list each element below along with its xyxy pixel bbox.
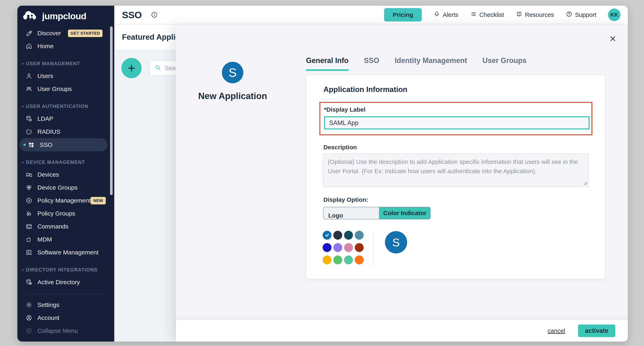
info-icon[interactable] bbox=[151, 11, 158, 19]
color-swatch[interactable] bbox=[344, 255, 353, 264]
user-avatar[interactable]: KK bbox=[608, 9, 620, 21]
account-circle-icon bbox=[26, 314, 32, 321]
new-badge: NEW bbox=[90, 197, 106, 204]
add-application-button[interactable]: + bbox=[121, 58, 142, 78]
sidebar-scrollbar[interactable] bbox=[110, 26, 113, 195]
database-windows-icon bbox=[26, 279, 32, 286]
sidebar-item-users[interactable]: Users bbox=[18, 70, 114, 82]
section-user-authentication[interactable]: USER AUTHENTICATION bbox=[18, 103, 114, 109]
description-field-wrap bbox=[323, 153, 588, 187]
logo-wordmark: jumpcloud bbox=[42, 11, 86, 22]
color-preview-circle: S bbox=[385, 231, 407, 253]
page-title: SSO bbox=[122, 9, 142, 21]
jumpcloud-logo[interactable]: jumpcloud bbox=[18, 6, 114, 22]
color-palette bbox=[322, 231, 364, 264]
color-swatch[interactable] bbox=[333, 231, 342, 240]
color-swatch[interactable] bbox=[344, 231, 353, 240]
grid-apps-icon bbox=[28, 141, 34, 148]
database-clock-icon bbox=[26, 115, 32, 122]
apple-icon bbox=[26, 236, 32, 243]
sidebar-item-sso[interactable]: SSO bbox=[20, 138, 108, 151]
sidebar-item-ldap[interactable]: LDAP bbox=[18, 112, 114, 125]
users-group-icon bbox=[26, 85, 32, 92]
tab-identity-management[interactable]: Identity Management bbox=[394, 56, 467, 71]
laptop-apps-icon bbox=[26, 249, 32, 256]
sidebar-item-mdm[interactable]: MDM bbox=[18, 233, 114, 246]
display-option-label: Display Option: bbox=[324, 196, 605, 203]
home-icon bbox=[26, 43, 32, 50]
sidebar-item-policy-management[interactable]: Policy Management NEW bbox=[18, 194, 114, 207]
resources-button[interactable]: Resources bbox=[516, 11, 554, 19]
sidebar-item-account[interactable]: Account bbox=[18, 311, 114, 324]
radar-icon bbox=[26, 128, 32, 135]
cancel-link[interactable]: cancel bbox=[548, 327, 565, 334]
color-swatch[interactable] bbox=[355, 231, 364, 240]
sidebar-item-collapse-menu[interactable]: Collapse Menu bbox=[18, 324, 114, 337]
description-textarea[interactable] bbox=[323, 153, 588, 187]
sidebar-item-user-groups[interactable]: User Groups bbox=[18, 82, 114, 95]
sidebar-item-device-groups[interactable]: Device Groups bbox=[18, 181, 114, 194]
question-circle-icon bbox=[566, 11, 572, 19]
sidebar-item-label: Discover bbox=[38, 30, 61, 37]
sidebar-item-settings[interactable]: Settings bbox=[18, 298, 114, 311]
check-icon bbox=[324, 233, 330, 238]
tab-user-groups[interactable]: User Groups bbox=[482, 56, 526, 71]
policy-groups-icon bbox=[26, 210, 32, 217]
sidebar-item-software-management[interactable]: Software Management bbox=[18, 246, 114, 259]
palette-divider bbox=[373, 231, 374, 266]
close-icon bbox=[609, 40, 617, 43]
new-application-panel: S New Application General Info SSO Ident… bbox=[176, 24, 628, 341]
header-actions: Pricing Alerts Checklist bbox=[384, 8, 620, 22]
sidebar-item-commands[interactable]: Commands bbox=[18, 220, 114, 233]
sidebar-item-label: Home bbox=[38, 43, 54, 50]
color-indicator-option-button[interactable]: Color Indicator bbox=[380, 207, 430, 219]
color-swatch[interactable] bbox=[333, 255, 342, 264]
sidebar-item-home[interactable]: Home bbox=[18, 40, 114, 53]
color-swatch[interactable] bbox=[333, 243, 342, 252]
logo-option-button[interactable]: Logo bbox=[324, 207, 380, 219]
sidebar-item-devices[interactable]: Devices bbox=[18, 168, 114, 181]
color-swatch[interactable] bbox=[344, 243, 353, 252]
checklist-icon bbox=[470, 11, 477, 19]
search-icon bbox=[154, 64, 162, 72]
alerts-button[interactable]: Alerts bbox=[434, 11, 458, 19]
active-indicator-dot bbox=[24, 144, 26, 146]
section-user-management[interactable]: USER MANAGEMENT bbox=[18, 61, 114, 66]
policy-gear-icon bbox=[26, 197, 32, 204]
application-name: New Application bbox=[188, 91, 277, 101]
display-label-label: *Display Label bbox=[324, 106, 366, 113]
display-label-highlight: *Display Label bbox=[319, 102, 592, 135]
sidebar-item-discover[interactable]: Discover GET STARTED bbox=[18, 27, 114, 40]
color-swatch[interactable] bbox=[355, 243, 364, 252]
top-header: SSO Pricing Alerts bbox=[114, 6, 628, 24]
support-button[interactable]: Support bbox=[566, 11, 596, 19]
pricing-button[interactable]: Pricing bbox=[384, 8, 422, 22]
description-label: Description bbox=[324, 144, 605, 151]
display-label-input[interactable] bbox=[324, 116, 590, 129]
close-button[interactable] bbox=[608, 35, 617, 43]
modal-footer: cancel activate bbox=[176, 320, 628, 341]
sidebar-item-active-directory[interactable]: Active Directory bbox=[18, 276, 114, 289]
checklist-button[interactable]: Checklist bbox=[470, 11, 504, 19]
color-swatch[interactable] bbox=[355, 255, 364, 264]
jumpcloud-cloud-icon bbox=[22, 11, 40, 22]
content-area: Featured Applications + bbox=[114, 24, 628, 341]
venn-groups-icon bbox=[26, 184, 32, 191]
activate-button[interactable]: activate bbox=[578, 324, 615, 337]
sidebar-item-radius[interactable]: RADIUS bbox=[18, 125, 114, 138]
chevron-down-icon bbox=[21, 268, 24, 272]
bell-icon bbox=[434, 11, 440, 19]
sidebar-nav: Discover GET STARTED Home USER MANAGEMEN… bbox=[18, 27, 114, 337]
chevron-down-icon bbox=[21, 161, 24, 164]
section-device-management[interactable]: DEVICE MANAGEMENT bbox=[18, 159, 114, 165]
devices-icon bbox=[26, 171, 32, 178]
color-indicator-section: S bbox=[322, 231, 605, 266]
color-swatch[interactable] bbox=[322, 255, 332, 264]
section-directory-integrations[interactable]: DIRECTORY INTEGRATIONS bbox=[18, 267, 114, 273]
color-swatch[interactable] bbox=[322, 231, 332, 240]
sidebar-item-policy-groups[interactable]: Policy Groups bbox=[18, 207, 114, 220]
book-icon bbox=[516, 11, 522, 19]
color-swatch[interactable] bbox=[322, 243, 332, 252]
tab-general-info[interactable]: General Info bbox=[306, 56, 348, 71]
tab-sso[interactable]: SSO bbox=[364, 56, 379, 71]
